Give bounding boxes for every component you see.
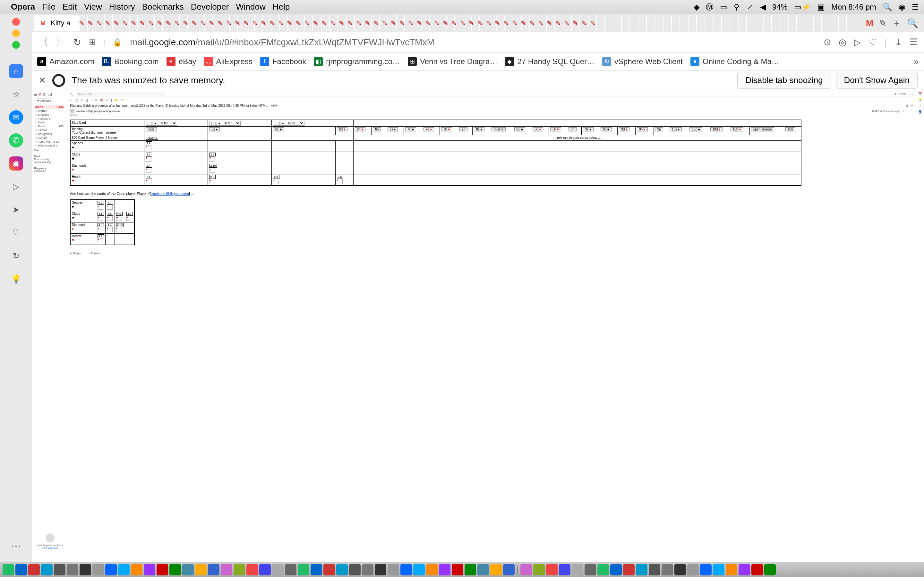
gmail-folder[interactable]: ○ Sent [34, 121, 65, 124]
status-icon[interactable]: ◆ [694, 3, 699, 11]
bookmark-item[interactable]: ◡AliExpress [204, 57, 252, 66]
bid-button[interactable]: 10h ♥ [730, 127, 743, 131]
task-icon[interactable]: ☑ [106, 99, 108, 102]
wifi-icon[interactable]: ⟋ [746, 3, 754, 11]
bid-button[interactable]: 6c ♣ [273, 127, 284, 131]
bid-button[interactable]: 6d ♦ [337, 127, 347, 131]
label-icon[interactable]: 🏷 [121, 99, 124, 102]
bookmark-item[interactable]: ●Online Coding & Ma… [690, 57, 779, 66]
dock-app-icon[interactable] [764, 564, 776, 575]
dock-app-icon[interactable] [465, 564, 476, 575]
card-cell[interactable]: 2.3 [273, 175, 279, 179]
bid-button[interactable]: 9s ♠ [583, 127, 594, 131]
open-player-email[interactable]: rmetcalfe15@gmail.com [151, 192, 189, 195]
dock-app-icon[interactable] [28, 564, 40, 575]
dock-app-icon[interactable] [388, 564, 399, 575]
bid-button[interactable]: pass [145, 127, 157, 131]
more-icon[interactable]: ⋮ [911, 110, 913, 113]
speeddial-icon[interactable]: ⊞ [89, 37, 96, 47]
dock-app-icon[interactable] [636, 564, 648, 575]
dock-app-icon[interactable] [610, 564, 622, 575]
dock-app-icon[interactable] [259, 564, 271, 575]
dock-app-icon[interactable] [559, 564, 570, 575]
reload-button[interactable]: ↻ [73, 37, 81, 48]
dock-app-icon[interactable] [401, 564, 412, 575]
inbox-label[interactable]: Inbox [270, 104, 279, 107]
bookmark-item[interactable]: B.Booking.com [102, 57, 159, 66]
reply-icon[interactable]: ↩ [906, 110, 909, 113]
more-icon[interactable]: ⋮ [126, 99, 129, 102]
window-minimize[interactable] [12, 29, 20, 37]
lightbulb-icon[interactable]: 💡 [9, 272, 23, 286]
bookmark-item[interactable]: ◧rjmprogramming.co… [314, 57, 400, 66]
card-cell[interactable]: 4.8 [126, 212, 133, 216]
tasks-icon[interactable]: ✓ [919, 104, 921, 107]
bid-button[interactable]: 8d ♦ [533, 127, 543, 131]
menu-developer[interactable]: Developer [191, 2, 229, 12]
card-cell[interactable]: 2.7 [145, 153, 152, 156]
card-cell[interactable]: 2.6 [337, 175, 343, 179]
dock-app-icon[interactable] [439, 564, 451, 575]
dock-app-icon[interactable] [700, 564, 712, 575]
send-icon[interactable]: ➤ [9, 203, 23, 217]
bookmark-item[interactable]: ↻vSphere Web Client [602, 57, 683, 66]
player-icon[interactable]: ▷ [9, 179, 23, 193]
hangouts-user[interactable]: ● Robert ▾ [34, 169, 65, 172]
card-cell[interactable]: 2.10 [209, 164, 217, 168]
meet-new[interactable]: New meeting [34, 158, 65, 161]
dock-app-icon[interactable] [503, 564, 515, 575]
bid-button[interactable]: 8s ♠ [474, 127, 485, 131]
dock-app-icon[interactable] [751, 564, 763, 575]
card-cell[interactable]: 4.1 [97, 212, 104, 216]
calendar-icon[interactable]: 📅 [918, 92, 922, 95]
dock-app-icon[interactable] [662, 564, 673, 575]
bid-button[interactable]: 10n [785, 127, 795, 131]
gmail-folder[interactable]: Inbox1,404 [34, 105, 65, 109]
card-cell[interactable]: 2.2 [209, 175, 216, 179]
input-icon[interactable]: ▣ [817, 3, 825, 11]
menu-help[interactable]: Help [273, 2, 290, 12]
compose-button[interactable]: ✚ Compose [34, 98, 53, 103]
url-field[interactable]: mail.google.com/mail/u/0/#inbox/FMfcgxwL… [130, 37, 435, 47]
new-tab-button[interactable]: ＋ [892, 17, 901, 29]
dock-app-icon[interactable] [649, 564, 660, 575]
search-in-page-icon[interactable]: ⊙ [824, 37, 831, 47]
card-cell[interactable]: 4.6 [116, 212, 123, 216]
bookmark-item[interactable]: ◆27 Handy SQL Quer… [505, 57, 594, 66]
menu-extra-icon[interactable]: ☰ [912, 3, 919, 11]
dock-app-icon[interactable] [170, 564, 181, 575]
gmail-tab-icon[interactable]: M [866, 18, 873, 28]
dock-app-icon[interactable] [452, 564, 463, 575]
card-cell[interactable]: 4.3 [97, 223, 104, 227]
snooze-icon[interactable]: ⏰ [100, 99, 103, 102]
dock-app-icon[interactable] [336, 564, 348, 575]
card-cell[interactable]: 4.5 [107, 212, 113, 216]
bookmark-heart-icon[interactable]: ☆ [9, 87, 23, 101]
heart-icon[interactable]: ♡ [9, 226, 23, 240]
bid-button[interactable]: 6h ♥ [355, 127, 366, 131]
bookmark-item[interactable]: aAmazon.com [37, 57, 94, 66]
dock-app-icon[interactable] [310, 564, 322, 575]
volume-icon[interactable]: ◀ [760, 3, 766, 11]
dock-app-icon[interactable] [298, 564, 309, 575]
forward-button[interactable]: 〉 [56, 35, 65, 49]
dock-app-icon[interactable] [92, 564, 104, 575]
dock-app-icon[interactable] [572, 564, 583, 575]
card-cell[interactable]: 2.8 [209, 153, 216, 156]
app-name[interactable]: Opera [11, 2, 35, 12]
bid-button[interactable]: 7h ♥ [441, 127, 452, 131]
more-icon[interactable]: ⋯ [9, 538, 23, 553]
home-icon[interactable]: ⌂ [9, 64, 23, 78]
card-cell[interactable]: 2.4 [145, 164, 152, 168]
dock-app-icon[interactable] [323, 564, 335, 575]
bid-button[interactable]: 7d ♦ [423, 127, 434, 131]
dont-show-again-button[interactable]: Don't Show Again [836, 72, 918, 89]
bid-button[interactable]: 6n [373, 127, 381, 131]
dock-app-icon[interactable] [413, 564, 425, 575]
dock-app-icon[interactable] [726, 564, 737, 575]
card-cell[interactable]: 4.10 [116, 223, 124, 227]
easy-setup-icon[interactable]: ☰ [909, 37, 918, 47]
display-icon[interactable]: ▭ [720, 3, 727, 11]
gmail-folder[interactable]: ○ Starred [34, 109, 65, 113]
dock-app-icon[interactable] [195, 564, 207, 575]
